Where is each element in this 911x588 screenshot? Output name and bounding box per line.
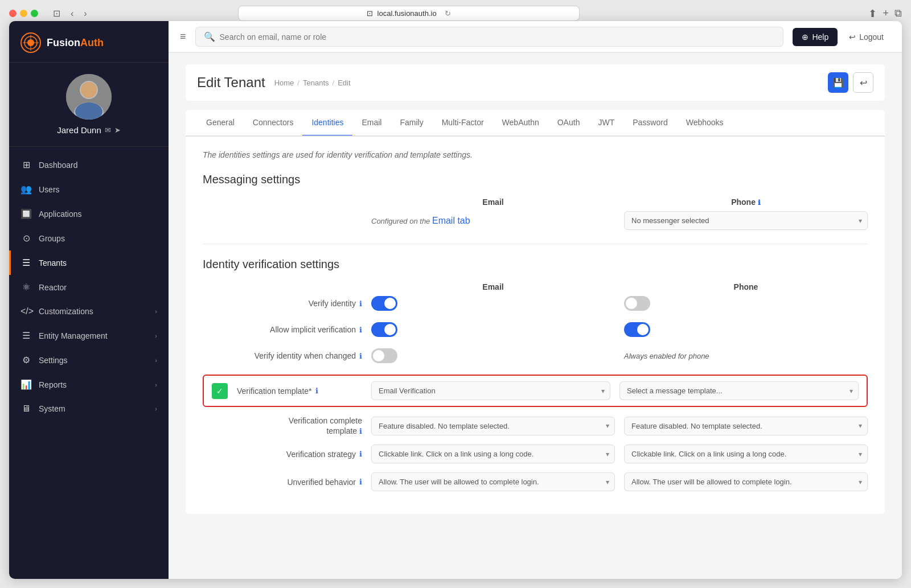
tab-webauthn[interactable]: WebAuthn [493, 110, 548, 137]
sidebar-item-users[interactable]: 👥 Users [9, 177, 169, 202]
allow-implicit-row: Allow implicit verification ℹ [203, 322, 868, 337]
search-input[interactable] [220, 32, 775, 42]
back-icon: ↩ [860, 77, 867, 88]
search-icon: 🔍 [204, 31, 215, 42]
new-tab-icon[interactable]: + [883, 7, 889, 20]
forward-btn[interactable]: › [80, 7, 90, 20]
tab-webhooks[interactable]: Webhooks [677, 110, 733, 137]
sidebar-item-dashboard[interactable]: ⊞ Dashboard [9, 153, 169, 177]
sidebar-nav: ⊞ Dashboard 👥 Users 🔲 Applications ⊙ Gro… [9, 147, 169, 579]
verification-complete-phone-select[interactable]: Feature disabled. No template selected. [624, 417, 868, 435]
unverified-behavior-phone-select-wrap: Allow. The user will be allowed to compl… [624, 472, 868, 491]
share-icon[interactable]: ⬆ [868, 7, 877, 20]
save-button[interactable]: 💾 [828, 72, 848, 93]
sidebar-item-tenants[interactable]: ☰ Tenants [9, 250, 169, 275]
sidebar-item-applications[interactable]: 🔲 Applications [9, 202, 169, 226]
verify-identity-email-toggle[interactable] [371, 296, 397, 311]
page-title-area: Edit Tenant Home / Tenants / Edit [197, 75, 351, 91]
tab-email[interactable]: Email [352, 110, 391, 137]
tab-multi-factor[interactable]: Multi-Factor [433, 110, 493, 137]
breadcrumb-sep: / [297, 79, 299, 87]
breadcrumb-tenants[interactable]: Tenants [303, 79, 329, 87]
tab-identities[interactable]: Identities [302, 110, 352, 137]
verification-strategy-email-select[interactable]: Clickable link. Click on a link using a … [371, 445, 615, 463]
page-content: Edit Tenant Home / Tenants / Edit 💾 ↩ [169, 53, 902, 579]
unverified-behavior-row: Unverified behavior ℹ Allow. The user wi… [203, 472, 868, 491]
topbar: ≡ 🔍 ⊕ Help ↩ Logout [169, 21, 902, 53]
back-button[interactable]: ↩ [853, 72, 873, 93]
verification-strategy-phone-select[interactable]: Clickable link. Click on a link using a … [624, 445, 868, 463]
reload-icon[interactable]: ↻ [445, 9, 451, 18]
fusionauth-logo-icon [20, 32, 41, 53]
verification-complete-label: Verification complete template ℹ [203, 416, 362, 435]
breadcrumb: Home / Tenants / Edit [274, 79, 351, 87]
unverified-behavior-info-icon[interactable]: ℹ [359, 478, 362, 486]
back-btn[interactable]: ‹ [67, 7, 77, 20]
tab-general[interactable]: General [197, 110, 244, 137]
verification-strategy-phone-select-wrap: Clickable link. Click on a link using a … [624, 445, 868, 463]
sidebar-item-reactor[interactable]: ⚛ Reactor [9, 275, 169, 299]
tab-oauth[interactable]: OAuth [548, 110, 589, 137]
sidebar-item-system[interactable]: 🖥 System › [9, 397, 169, 421]
verification-complete-info-icon[interactable]: ℹ [359, 427, 362, 435]
sidebar-item-settings[interactable]: ⚙ Settings › [9, 348, 169, 372]
sidebar-item-reports[interactable]: 📊 Reports › [9, 372, 169, 397]
breadcrumb-home[interactable]: Home [274, 79, 294, 87]
verification-template-info-icon[interactable]: ℹ [315, 386, 318, 395]
menu-toggle-icon[interactable]: ≡ [180, 31, 186, 43]
verify-identity-phone-toggle[interactable] [624, 296, 650, 311]
user-message-icon: ✉ [105, 126, 111, 134]
chevron-right-icon: › [155, 332, 157, 339]
sidebar-item-groups[interactable]: ⊙ Groups [9, 226, 169, 250]
allow-implicit-email-toggle[interactable] [371, 322, 397, 337]
chevron-right-icon: › [155, 357, 157, 364]
unverified-behavior-email-select[interactable]: Allow. The user will be allowed to compl… [371, 472, 615, 491]
messaging-row: Configured on the Email tab No messenger… [203, 211, 868, 230]
sidebar-item-entity-management[interactable]: ☰ Entity Management › [9, 323, 169, 348]
breadcrumb-current: Edit [338, 79, 350, 87]
verify-identity-info-icon[interactable]: ℹ [359, 299, 362, 308]
traffic-light-yellow[interactable] [20, 10, 27, 17]
email-tab-link[interactable]: Email tab [432, 216, 470, 225]
traffic-light-red[interactable] [9, 10, 17, 17]
customizations-icon: </> [20, 306, 32, 316]
tab-jwt[interactable]: JWT [589, 110, 623, 137]
chevron-right-icon: › [155, 308, 157, 315]
verification-strategy-info-icon[interactable]: ℹ [359, 450, 362, 458]
verification-complete-email-select[interactable]: Feature disabled. No template selected. [371, 417, 615, 435]
windows-icon[interactable]: ⧉ [894, 7, 902, 20]
verification-template-highlighted-row: ✓ Verification template* ℹ Email Verific… [203, 375, 868, 407]
tab-connectors[interactable]: Connectors [244, 110, 303, 137]
verification-template-phone-select[interactable]: Select a message template... [619, 381, 859, 400]
verify-when-changed-email-toggle[interactable] [371, 348, 397, 363]
verification-template-email-select[interactable]: Email Verification [371, 381, 610, 400]
traffic-light-green[interactable] [31, 10, 38, 17]
allow-implicit-phone-toggle[interactable] [624, 322, 650, 337]
messaging-email-value: Configured on the Email tab [371, 216, 615, 226]
user-name: Jared Dunn ✉ ➤ [57, 125, 121, 135]
page-header: Edit Tenant Home / Tenants / Edit 💾 ↩ [186, 64, 885, 101]
sidebar-item-label: Groups [39, 234, 65, 243]
reactor-icon: ⚛ [20, 282, 32, 293]
chevron-right-icon: › [155, 381, 157, 388]
allow-implicit-info-icon[interactable]: ℹ [359, 326, 362, 334]
unverified-behavior-phone-select[interactable]: Allow. The user will be allowed to compl… [624, 472, 868, 491]
help-button[interactable]: ⊕ Help [793, 28, 838, 46]
tab-password[interactable]: Password [623, 110, 676, 137]
sidebar-toggle-btn[interactable]: ⊡ [50, 7, 64, 20]
settings-icon: ⚙ [20, 355, 32, 365]
tenants-icon: ☰ [20, 257, 32, 268]
groups-icon: ⊙ [20, 233, 32, 244]
sidebar-item-label: Customizations [39, 307, 93, 316]
breadcrumb-sep: / [333, 79, 335, 87]
phone-messenger-select[interactable]: No messenger selected [624, 211, 868, 230]
logout-button[interactable]: ↩ Logout [842, 28, 891, 46]
tab-family[interactable]: Family [391, 110, 432, 137]
avatar-image [66, 74, 112, 120]
email-col-header2: Email [371, 282, 615, 291]
verify-when-changed-info-icon[interactable]: ℹ [359, 352, 362, 360]
chevron-right-icon: › [155, 405, 157, 412]
entity-management-icon: ☰ [20, 330, 32, 341]
phone-info-icon[interactable]: ℹ [758, 199, 761, 207]
sidebar-item-customizations[interactable]: </> Customizations › [9, 299, 169, 323]
